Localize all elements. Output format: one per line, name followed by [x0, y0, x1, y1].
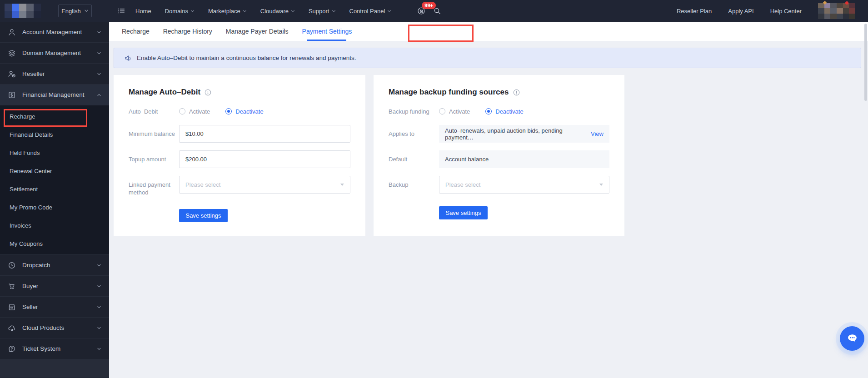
language-label: English: [61, 8, 81, 15]
chevron-down-icon: [243, 10, 247, 13]
sidebar-footer: [0, 359, 109, 378]
backup-source-select[interactable]: Please select: [439, 176, 609, 194]
language-selector[interactable]: English: [58, 5, 92, 17]
help-center-link[interactable]: Help Center: [770, 8, 802, 15]
nav-home-label: Home: [135, 8, 151, 15]
vertical-scrollbar-thumb[interactable]: [864, 24, 867, 101]
sidebar-item-reseller[interactable]: Reseller: [0, 64, 109, 85]
sidebar-subitem-my-promo-code[interactable]: My Promo Code: [0, 198, 109, 216]
navbar-links: Reseller Plan Apply API Help Center: [677, 8, 802, 15]
sidebar-subitem-my-coupons[interactable]: My Coupons: [0, 234, 109, 253]
backup-source-label: Backup: [389, 176, 439, 194]
sidebar-item-financial-management[interactable]: Financial Management: [0, 85, 109, 105]
auto-debit-save-button[interactable]: Save settings: [179, 209, 228, 222]
backup-funding-toggle-label: Backup funding: [389, 108, 439, 115]
auto-debit-toggle-label: Auto–Debit: [129, 108, 179, 115]
tab-payment-settings[interactable]: Payment Settings: [302, 22, 352, 41]
apply-api-link[interactable]: Apply API: [728, 8, 753, 15]
brand-logo[interactable]: [5, 4, 41, 18]
sidebar-item-label: Seller: [22, 303, 96, 310]
linked-payment-method-label: Linked payment method: [129, 176, 179, 196]
sidebar-item-ticket-system[interactable]: Ticket System: [0, 338, 109, 359]
nav-home[interactable]: Home: [135, 8, 151, 15]
backup-activate-radio[interactable]: Activate: [439, 108, 470, 115]
tab-recharge-history[interactable]: Recharge History: [163, 22, 212, 41]
chevron-down-icon: [96, 304, 102, 310]
sidebar-subitem-renewal-center[interactable]: Renewal Center: [0, 162, 109, 180]
user-gear-icon: [7, 70, 16, 79]
sidebar-item-dropcatch[interactable]: Dropcatch: [0, 255, 109, 276]
sidebar-item-label: Reseller: [22, 70, 96, 77]
backup-save-button[interactable]: Save settings: [439, 206, 488, 219]
backup-funding-card: Manage backup funding sources Backup fun…: [374, 75, 624, 236]
live-chat-button[interactable]: [840, 326, 864, 351]
avatar-status-dot: [845, 1, 848, 5]
sidebar-item-label: Dropcatch: [22, 262, 96, 269]
sidebar-item-label: Domain Management: [22, 50, 96, 56]
tab-manage-payer-details[interactable]: Manage Payer Details: [226, 22, 289, 41]
default-source-value: Account balance: [445, 156, 489, 163]
apps-menu-icon[interactable]: [117, 7, 125, 15]
sidebar-item-cloud-products[interactable]: Cloud Products: [0, 318, 109, 338]
tab-bar: Recharge Recharge History Manage Payer D…: [109, 22, 868, 41]
info-icon[interactable]: [205, 89, 211, 96]
minimum-balance-input[interactable]: [179, 125, 350, 143]
applies-to-view-link[interactable]: View: [591, 130, 604, 137]
nav-cloudware[interactable]: Cloudware: [260, 8, 295, 15]
activate-radio-label: Activate: [449, 108, 470, 115]
notifications-icon[interactable]: 99+: [417, 6, 426, 15]
banner-text: Enable Auto–Debit to maintain a continuo…: [137, 55, 356, 61]
reseller-plan-link[interactable]: Reseller Plan: [677, 8, 712, 15]
nav-support[interactable]: Support: [309, 8, 336, 15]
auto-debit-activate-radio[interactable]: Activate: [179, 108, 210, 115]
tab-recharge[interactable]: Recharge: [122, 22, 150, 41]
linked-payment-method-select[interactable]: Please select: [179, 176, 350, 194]
topup-amount-label: Topup amount: [129, 150, 179, 168]
sidebar-item-domain-management[interactable]: Domain Management: [0, 43, 109, 64]
dollar-square-icon: [7, 90, 16, 99]
question-bubble-icon: [7, 344, 16, 353]
sidebar-subitem-settlement[interactable]: Settlement: [0, 180, 109, 198]
sidebar-subitem-invoices[interactable]: Invoices: [0, 216, 109, 234]
backup-deactivate-radio[interactable]: Deactivate: [485, 108, 523, 115]
radio-circle-selected: [225, 108, 232, 114]
user-avatar[interactable]: [818, 3, 855, 19]
auto-debit-card-title: Manage Auto–Debit: [129, 88, 200, 97]
sidebar-item-label: Financial Management: [22, 91, 96, 98]
chevron-down-icon: [332, 10, 336, 13]
row-spacer: [389, 206, 439, 219]
topup-amount-input[interactable]: [179, 150, 350, 168]
sidebar-subitem-recharge[interactable]: Recharge: [0, 107, 109, 125]
search-icon[interactable]: [433, 7, 441, 15]
chevron-down-icon: [84, 9, 89, 13]
select-placeholder: Please select: [445, 181, 480, 188]
cart-icon: [7, 282, 16, 291]
applies-to-value: Auto–renewals, unpaid auction bids, pend…: [445, 127, 588, 141]
storefront-icon: [7, 303, 16, 312]
sidebar-item-buyer[interactable]: Buyer: [0, 276, 109, 297]
backup-funding-card-title: Manage backup funding sources: [389, 88, 509, 97]
sidebar-subitem-financial-details[interactable]: Financial Details: [0, 125, 109, 144]
chevron-down-icon: [96, 71, 102, 77]
deactivate-radio-label: Deactivate: [495, 108, 523, 115]
applies-to-field: Auto–renewals, unpaid auction bids, pend…: [439, 125, 609, 143]
select-placeholder: Please select: [185, 181, 220, 188]
announcement-icon: [124, 54, 132, 62]
nav-marketplace[interactable]: Marketplace: [208, 8, 247, 15]
sidebar: Account Management Domain Management Res…: [0, 22, 109, 378]
sidebar-item-seller[interactable]: Seller: [0, 297, 109, 318]
info-icon[interactable]: [513, 89, 520, 96]
nav-domains[interactable]: Domains: [165, 8, 195, 15]
nav-control-panel[interactable]: Control Panel: [349, 8, 392, 15]
activate-radio-label: Activate: [189, 108, 210, 115]
auto-debit-deactivate-radio[interactable]: Deactivate: [225, 108, 263, 115]
sidebar-subitem-held-funds[interactable]: Held Funds: [0, 144, 109, 162]
sidebar-item-account-management[interactable]: Account Management: [0, 22, 109, 43]
chevron-down-icon: [96, 50, 102, 56]
financial-submenu: Recharge Financial Details Held Funds Re…: [0, 105, 109, 255]
clock-icon: [7, 261, 16, 270]
chevron-down-icon: [96, 325, 102, 331]
nav-domains-label: Domains: [165, 8, 188, 15]
user-icon: [7, 28, 16, 37]
cloud-icon: [7, 323, 16, 333]
